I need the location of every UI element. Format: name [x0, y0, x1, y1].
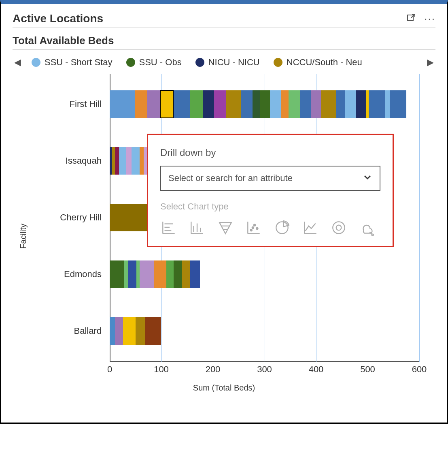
svg-point-18 [254, 224, 255, 226]
bar-segment[interactable] [182, 260, 190, 288]
bar-segment[interactable] [281, 90, 289, 118]
legend-scroll-left[interactable]: ◀ [13, 57, 23, 68]
chart-title: Total Available Beds [13, 34, 435, 47]
bar-segment[interactable] [214, 90, 226, 118]
bar-segment[interactable] [136, 260, 140, 288]
bar-segment[interactable] [110, 260, 124, 288]
x-tick-label: 600 [412, 364, 427, 375]
card-title: Active Locations [13, 12, 406, 25]
chart-type-funnel-icon[interactable] [217, 219, 234, 236]
bar-segment[interactable] [241, 90, 253, 118]
bar-segment[interactable] [115, 317, 123, 345]
bar-segment[interactable] [321, 90, 336, 118]
legend: ◀ SSU - Short StaySSU - ObsNICU - NICUNC… [13, 50, 435, 70]
chart-type-scatter-icon[interactable] [245, 219, 262, 236]
svg-point-25 [336, 225, 342, 231]
bar-segment[interactable] [174, 260, 182, 288]
legend-swatch [195, 58, 204, 67]
bar-segment[interactable] [124, 260, 128, 288]
category-label: Ballard [21, 326, 110, 336]
bar-segment[interactable] [260, 90, 270, 118]
bar-row[interactable]: Edmonds [110, 260, 200, 288]
chart-type-vbar-icon[interactable] [189, 219, 206, 236]
bar-segment[interactable] [345, 90, 356, 118]
category-label: Cherry Hill [21, 212, 110, 223]
bar-segment[interactable] [336, 90, 346, 118]
category-label: Issaquah [21, 156, 110, 166]
legend-item[interactable]: SSU - Obs [126, 57, 182, 68]
bar-row[interactable]: First Hill [110, 90, 406, 118]
bar-segment[interactable] [369, 90, 385, 118]
legend-label: SSU - Obs [139, 57, 182, 68]
bar-segment[interactable] [128, 260, 136, 288]
header-row: Active Locations ··· [13, 12, 435, 28]
bar-segment[interactable] [190, 90, 203, 118]
bar-segment[interactable] [119, 147, 126, 175]
svg-point-17 [251, 229, 252, 231]
bar-segment[interactable] [300, 90, 311, 118]
bar-segment[interactable] [136, 317, 145, 345]
svg-point-20 [252, 227, 254, 228]
bar-segment[interactable] [311, 90, 321, 118]
drill-attribute-select[interactable]: Select or search for an attribute [160, 166, 380, 191]
y-axis-title: Facility [19, 224, 28, 249]
bar-segment[interactable] [132, 147, 140, 175]
bar-row[interactable]: Ballard [110, 317, 161, 345]
bar-segment[interactable] [110, 317, 115, 345]
bar-segment[interactable] [140, 147, 144, 175]
bar-segment[interactable] [154, 260, 167, 288]
bar-segment[interactable] [115, 147, 119, 175]
svg-point-26 [372, 234, 374, 236]
legend-swatch [32, 58, 40, 67]
svg-point-24 [333, 222, 344, 233]
bar-segment[interactable] [135, 90, 147, 118]
bar-segment[interactable] [226, 90, 241, 118]
x-tick-label: 0 [107, 364, 112, 375]
bar-segment[interactable] [203, 90, 214, 118]
legend-item[interactable]: SSU - Short Stay [32, 57, 113, 68]
x-tick-label: 400 [309, 364, 324, 375]
bar-segment[interactable] [166, 260, 174, 288]
legend-label: SSU - Short Stay [45, 57, 113, 68]
bar-segment[interactable] [110, 90, 135, 118]
x-tick-label: 300 [257, 364, 272, 375]
x-tick-label: 500 [360, 364, 375, 375]
legend-item[interactable]: NCCU/South - Neu [274, 57, 362, 68]
chart-type-pie-icon[interactable] [274, 219, 291, 236]
bar-segment[interactable] [390, 90, 406, 118]
bar-segment[interactable] [123, 317, 136, 345]
bar-segment[interactable] [126, 147, 132, 175]
x-axis-title: Sum (Total Beds) [13, 383, 435, 393]
bar-segment[interactable] [140, 260, 154, 288]
bar-segment[interactable] [385, 90, 390, 118]
bar-segment[interactable] [356, 90, 366, 118]
bar-segment[interactable] [174, 90, 190, 118]
legend-label: NICU - NICU [208, 57, 260, 68]
bar-segment[interactable] [147, 90, 160, 118]
chart-type-hbar-icon[interactable] [160, 219, 177, 236]
gridline [419, 74, 420, 362]
svg-rect-0 [408, 15, 413, 21]
drill-down-popup: Drill down by Select or search for an at… [147, 134, 394, 247]
bar-segment[interactable] [145, 317, 161, 345]
bar-segment[interactable] [253, 90, 261, 118]
bar-segment[interactable] [190, 260, 200, 288]
chart-type-cloud-icon[interactable] [359, 219, 376, 236]
legend-item[interactable]: NICU - NICU [195, 57, 260, 68]
chart-type-row [160, 219, 380, 236]
bar-segment[interactable] [270, 90, 280, 118]
bar-segment[interactable] [289, 90, 300, 118]
bar-segment[interactable] [366, 90, 369, 118]
chart-type-line-icon[interactable] [302, 219, 319, 236]
drill-popup-subtitle: Select Chart type [160, 201, 380, 212]
card-container: Active Locations ··· Total Available Bed… [0, 0, 448, 424]
legend-scroll-right[interactable]: ▶ [425, 57, 435, 68]
legend-swatch [274, 58, 282, 67]
popout-icon[interactable] [406, 13, 416, 24]
chevron-down-icon [363, 172, 372, 184]
more-options-icon[interactable]: ··· [424, 13, 435, 25]
bar-segment[interactable] [160, 90, 174, 118]
x-tick-label: 200 [206, 364, 221, 375]
chart-type-donut-icon[interactable] [330, 219, 347, 236]
svg-point-21 [276, 222, 288, 233]
